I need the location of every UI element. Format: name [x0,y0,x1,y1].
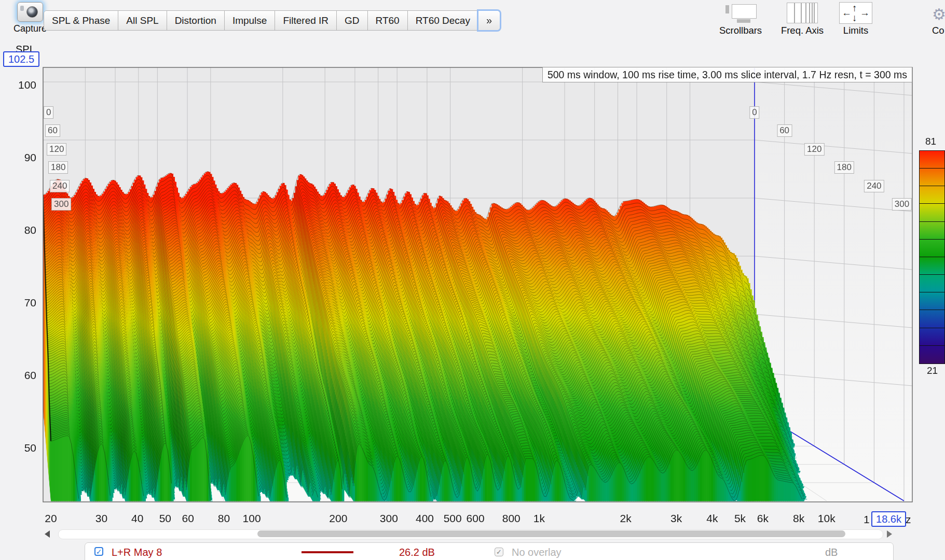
y-tick-60: 60 [3,369,36,382]
x-tick-40: 40 [131,512,143,525]
colorbar-band-66-61 [920,204,944,221]
colorbar-band-41-36 [920,292,944,310]
colorbar-band-26-21 [920,346,944,363]
x-tick-1k: 1k [533,512,545,525]
x-tick-600: 600 [467,512,485,525]
x-axis-end-label-suffix: z [906,513,911,526]
x-tick-500: 500 [444,512,462,525]
x-tick-2k: 2k [620,512,632,525]
time-label-left-240: 240 [50,180,70,192]
more-tabs-button[interactable]: » [478,11,500,30]
x-tick-800: 800 [502,512,521,525]
time-label-right-0: 0 [749,106,759,119]
x-tick-300: 300 [380,512,398,525]
time-label-right-120: 120 [804,143,824,156]
x-tick-10k: 10k [818,512,836,525]
colorbar-band-81-76 [920,151,944,169]
x-tick-8k: 8k [793,512,804,525]
horizontal-scrollbar[interactable] [58,529,883,539]
trace-visibility-checkbox[interactable]: ✓ [94,547,103,556]
colorbar-band-36-31 [920,310,944,328]
x-tick-4k: 4k [706,512,718,525]
trace-label[interactable]: L+R May 8 [112,547,162,558]
y-tick-50: 50 [3,442,36,454]
time-label-left-0: 0 [44,106,53,119]
measurement-annotation: 500 ms window, 100 ms rise time, 3.00 ms… [542,67,912,82]
time-label-left-180: 180 [48,161,68,174]
y-tick-70: 70 [3,297,36,309]
colorbar-band-51-46 [920,257,944,275]
colorbar-band-56-51 [920,240,944,257]
trace-value: 26.2 dB [399,547,435,558]
scrollbar-thumb[interactable] [257,530,845,537]
colorbar-band-31-26 [920,328,944,346]
x-tick-200: 200 [329,512,347,525]
time-label-right-300: 300 [892,198,912,211]
time-label-right-180: 180 [834,161,854,174]
y-tick-80: 80 [3,224,36,236]
waterfall-plot-canvas[interactable] [0,0,945,560]
colorbar-band-71-66 [920,186,944,204]
legend-panel: ✓ L+R May 8 26.2 dB ✓ No overlay dB [85,542,894,560]
x-tick-100: 100 [243,512,261,525]
x-tick-60: 60 [182,512,194,525]
time-label-right-240: 240 [864,180,884,192]
y-axis-top-limit-input[interactable]: 102.5 [3,51,39,67]
trace-color-swatch [302,551,353,553]
scroll-left-arrow[interactable] [45,530,50,538]
x-tick-80: 80 [218,512,230,525]
x-tick-400: 400 [416,512,434,525]
legend-unit-label: dB [825,547,838,558]
x-tick-30: 30 [95,512,107,525]
scroll-right-arrow[interactable] [887,530,892,538]
y-tick-100: 100 [3,79,36,91]
x-tick-3k: 3k [670,512,682,525]
colorbar-max-label: 81 [925,136,936,147]
colorbar-band-61-56 [920,222,944,240]
x-axis-end-label-prefix: 1 [864,513,870,526]
x-tick-50: 50 [159,512,171,525]
x-axis-max-limit-input[interactable]: 18.6k [871,511,906,527]
colorbar [919,150,945,364]
x-tick-6k: 6k [757,512,769,525]
no-overlay-checkbox[interactable]: ✓ [495,548,503,556]
y-tick-90: 90 [3,151,36,164]
time-label-left-120: 120 [47,143,66,156]
time-label-left-300: 300 [51,198,71,211]
x-tick-20: 20 [45,512,57,525]
colorbar-min-label: 21 [927,365,938,376]
colorbar-band-46-41 [920,275,944,292]
x-tick-5k: 5k [734,512,746,525]
no-overlay-label: No overlay [512,547,561,558]
time-label-right-60: 60 [777,124,792,137]
colorbar-band-76-71 [920,169,944,186]
time-label-left-60: 60 [45,124,60,137]
rew-window: Capture SPL & PhaseAll SPLDistortionImpu… [0,0,945,560]
